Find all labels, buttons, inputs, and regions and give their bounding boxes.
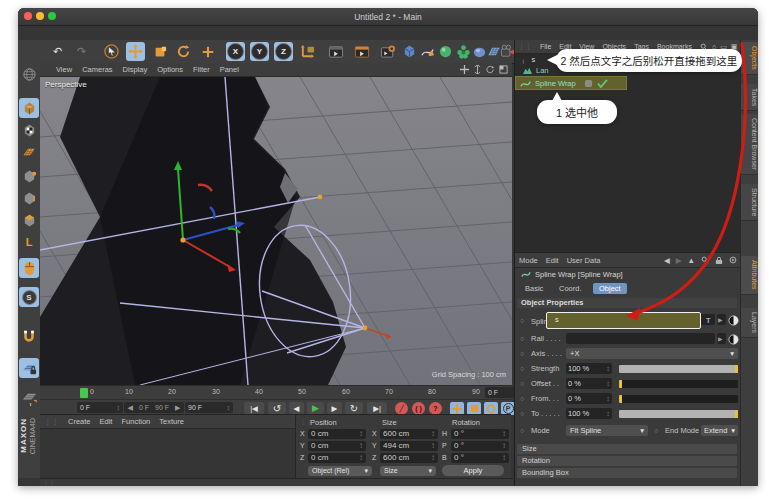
tab-coord[interactable]: Coord. [553,283,588,294]
keyframe-dot-icon[interactable]: ○ [654,427,658,434]
am-menu-mode[interactable]: Mode [519,256,538,265]
spinner-icon[interactable]: ↕ [431,429,435,439]
polygons-mode-button[interactable] [19,210,39,230]
section-bounding-box[interactable]: Bounding Box [517,468,737,478]
mat-menu-create[interactable]: Create [68,417,91,426]
tab-objects[interactable]: Objects [741,42,758,75]
viewport-camera-label[interactable]: Perspective [45,80,87,89]
spline-popup-button[interactable]: ▶ [717,314,726,325]
pos-y-field[interactable]: 0 cm↕ [308,441,366,451]
tab-layers[interactable]: Layers [741,308,758,338]
zoom-view-icon[interactable] [473,65,482,74]
pos-z-field[interactable]: 0 cm↕ [308,453,366,463]
convert-object-button[interactable] [19,64,39,84]
history-forward-icon[interactable]: ▶ [676,256,682,265]
spinner-icon[interactable]: ↕ [431,453,435,463]
size-mode-dropdown[interactable]: Size▾ [380,466,436,476]
spinner-icon[interactable]: ↕ [359,453,363,463]
snap-s-button[interactable]: S [19,287,39,307]
slider-cap[interactable] [619,380,622,388]
goto-start-button[interactable]: |◀ [244,402,264,414]
lock-z-axis-button[interactable]: Z [274,42,293,61]
toggle-view-icon[interactable] [499,65,508,74]
locked-workplane-button[interactable] [19,358,39,378]
rotate-view-icon[interactable] [486,65,495,74]
size-y-field[interactable]: 494 cm↕ [380,441,438,451]
points-mode-button[interactable] [19,166,39,186]
apply-button[interactable]: Apply [442,465,504,476]
render-view-button[interactable] [326,42,345,61]
spinner-icon[interactable]: ↕ [117,402,121,413]
rot-b-field[interactable]: 0 °↕ [451,453,509,463]
am-menu-userdata[interactable]: User Data [567,256,601,265]
rail-popup-button[interactable]: ▶ [717,333,726,344]
goto-end-button[interactable]: ▶| [367,402,387,414]
last-tool-button[interactable] [198,42,217,61]
drag-handle-icon[interactable]: ⋮⋮ [43,480,55,486]
offset-slider[interactable] [619,380,738,388]
play-backwards-button[interactable]: ↺ [268,402,286,414]
spinner-icon[interactable]: ↕ [359,441,363,451]
range-left-icon[interactable]: ◀ [128,402,133,413]
offset-field[interactable]: 0 %↕ [566,378,612,389]
lock-icon[interactable] [715,256,723,265]
pos-x-field[interactable]: 0 cm↕ [308,429,366,439]
rot-p-field[interactable]: 0 °↕ [451,441,509,451]
slider-cap[interactable] [735,410,738,418]
keyframe-dot-icon[interactable]: ○ [520,410,524,417]
tab-content-browser[interactable]: Content Browser [741,114,758,175]
spinner-icon[interactable]: ↕ [606,363,610,374]
enable-snap-button[interactable] [19,326,39,346]
object-label[interactable]: s [532,55,536,64]
object-label[interactable]: Lan [536,66,549,75]
end-frame-spinner[interactable]: 90 F↕ [185,402,233,413]
scale-tool[interactable] [150,42,169,61]
spline-point-start[interactable] [318,195,323,200]
mode-dropdown[interactable]: Fit Spline▾ [566,425,648,436]
slider-cap[interactable] [735,365,738,373]
spinner-icon[interactable]: ↕ [502,441,506,451]
spinner-icon[interactable]: ↕ [431,441,435,451]
move-tool[interactable] [126,42,145,61]
quantize-button[interactable] [19,388,39,408]
vp-menu-panel[interactable]: Panel [220,65,239,74]
spinner-icon[interactable]: ↕ [359,429,363,439]
spline-drop-highlight[interactable]: s [546,312,701,329]
drag-handle-icon[interactable]: ⋮⋮ [518,43,532,51]
vp-menu-view[interactable]: View [56,65,72,74]
render-queue-button[interactable] [378,42,397,61]
undo-button[interactable]: ↶ [48,42,67,61]
axis-mode-button[interactable]: L [19,232,39,252]
render-settings-button[interactable] [352,42,371,61]
spline-point-end[interactable] [363,326,368,331]
from-field[interactable]: 0 %↕ [566,393,612,404]
live-selection-tool[interactable] [102,42,121,61]
timeline-ruler[interactable]: 0 10 20 30 40 50 60 70 80 90 0 F↕ [40,385,512,400]
am-menu-edit[interactable]: Edit [546,256,559,265]
add-cube-button[interactable] [400,42,419,61]
mat-menu-texture[interactable]: Texture [159,417,184,426]
vp-menu-display[interactable]: Display [123,65,148,74]
current-frame-spinner[interactable]: 0 F↕ [77,402,123,413]
end-mode-dropdown[interactable]: Extend▾ [701,425,738,436]
size-x-field[interactable]: 600 cm↕ [380,429,438,439]
coord-mode-dropdown[interactable]: Object (Rel)▾ [308,466,372,476]
spinner-icon[interactable]: ↕ [606,408,610,419]
rail-picker-icon[interactable] [728,334,739,345]
tab-attributes[interactable]: Attributes [741,256,758,295]
drag-handle-icon[interactable]: ⋮⋮ [44,417,59,426]
viewport-solo-button[interactable] [19,258,39,278]
parent-up-icon[interactable]: ▲ [688,256,695,265]
from-slider[interactable] [619,395,738,403]
lock-y-axis-button[interactable]: Y [250,42,269,61]
rot-h-field[interactable]: 0 °↕ [451,429,509,439]
layer-tag-icon[interactable] [584,79,593,88]
section-rotation[interactable]: Rotation [517,456,737,466]
workplane-mode-button[interactable] [19,142,39,162]
rotate-tool[interactable] [174,42,193,61]
object-label[interactable]: Spline Wrap [535,79,576,88]
tab-takes[interactable]: Takes [741,84,758,111]
play-forward-loop-button[interactable]: ↻ [345,402,363,414]
vp-menu-filter[interactable]: Filter [193,65,210,74]
rail-link-field[interactable] [566,333,715,344]
